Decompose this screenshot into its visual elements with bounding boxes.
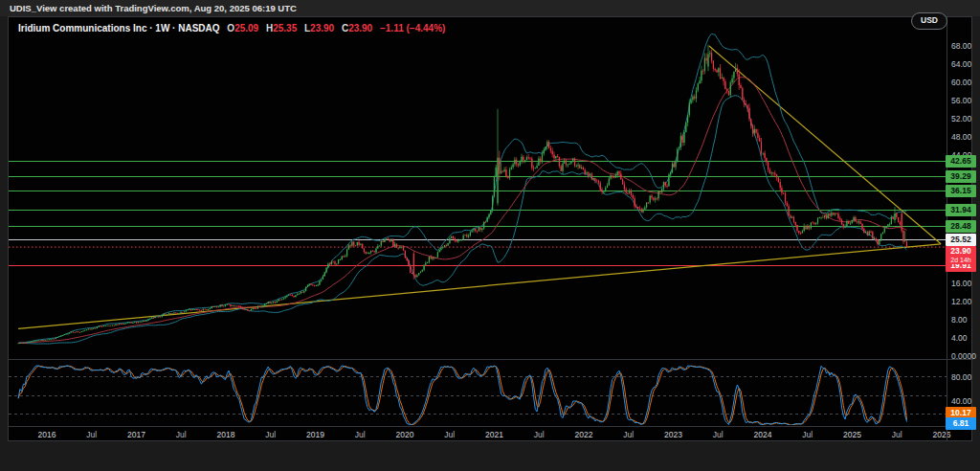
price-tick-68.00: 68.00 [951,40,980,52]
time-label-jul-2023: Jul [701,430,735,439]
price-tick-56.00: 56.00 [951,95,980,106]
time-label-jul-2016: Jul [75,430,109,439]
price-level-badge-36.15: 36.15 [946,185,976,197]
price-level-badge-42.65: 42.65 [946,155,976,168]
tradingview-snapshot: UDIS_View created with TradingView.com, … [0,0,980,471]
symbol-header: Iridium Communications Inc · 1W · NASDAQ… [18,23,445,34]
time-label-jul-2025: Jul [880,430,914,439]
time-label-jul-2024: Jul [791,430,825,439]
time-label-jul-2019: Jul [343,430,377,439]
stochastic-pane[interactable] [9,360,947,425]
time-label-2017: 2017 [120,430,154,439]
price-tick-60.00: 60.00 [951,77,980,88]
price-tick-52.00: 52.00 [951,113,980,124]
price-tick-48.00: 48.00 [951,131,980,143]
time-axis[interactable]: 2016Jul2017Jul2018Jul2019Jul2020Jul2021J… [9,426,947,441]
time-label-2020: 2020 [388,430,422,439]
price-tick-4.00: 4.00 [951,332,980,344]
main-chart-pane[interactable] [9,17,947,359]
time-label-jul-2022: Jul [612,430,646,439]
price-level-badge-31.94: 31.94 [946,204,976,216]
ohlc-low-label: L23.90 [304,23,334,34]
ohlc-close-value: 23.90 [348,23,372,34]
price-tick-16.00: 16.00 [951,278,980,289]
time-label-jul-2020: Jul [433,430,467,439]
time-label-2018: 2018 [209,430,243,439]
price-tick-64.00: 64.00 [951,58,980,70]
ohlc-change: −1.11 (−4.44%) [380,23,445,34]
price-level-badge-25.52: 25.52 [946,234,976,246]
ohlc-high-label: H25.35 [266,23,297,34]
time-label-2023: 2023 [657,430,691,439]
price-tick-0.0000: 0.0000 [951,350,980,362]
price-level-badge-28.48: 28.48 [946,220,976,233]
time-label-2024: 2024 [746,430,780,439]
ohlc-open-label: O25.09 [227,23,258,34]
time-label-jul-2017: Jul [164,430,198,439]
price-tick-8.00: 8.00 [951,314,980,325]
stoch-value-badge-6.81: 6.81 [946,417,976,430]
ohlc-high-value: 25.35 [273,23,297,34]
time-label-2021: 2021 [478,430,512,439]
currency-button[interactable]: USD [911,12,947,30]
ohlc-low-value: 23.90 [310,23,334,34]
time-label-jul-2018: Jul [254,430,288,439]
footer-bar: TradingView [0,441,980,471]
time-label-2022: 2022 [567,430,601,439]
time-label-2016: 2016 [30,430,64,439]
stoch-tick-80.00: 80.00 [951,371,980,383]
price-level-badge-39.29: 39.29 [946,170,976,183]
last-price-badge: 23.902d 14h [946,246,976,264]
time-label-2019: 2019 [299,430,333,439]
chart-widget: Iridium Communications Inc · 1W · NASDAQ… [8,16,972,441]
stoch-tick-40.00: 40.00 [951,395,980,407]
snapshot-caption: UDIS_View created with TradingView.com, … [0,0,980,16]
ohlc-close-label: C23.90 [342,23,372,34]
price-axis[interactable]: 68.0064.0060.0056.0052.0048.0044.0016.00… [947,17,973,442]
price-tick-12.00: 12.00 [951,296,980,307]
time-label-2025: 2025 [835,430,870,439]
symbol-meta: Iridium Communications Inc · 1W · NASDAQ [18,23,220,34]
time-label-jul-2021: Jul [522,430,556,439]
ohlc-open-value: 25.09 [234,23,258,34]
